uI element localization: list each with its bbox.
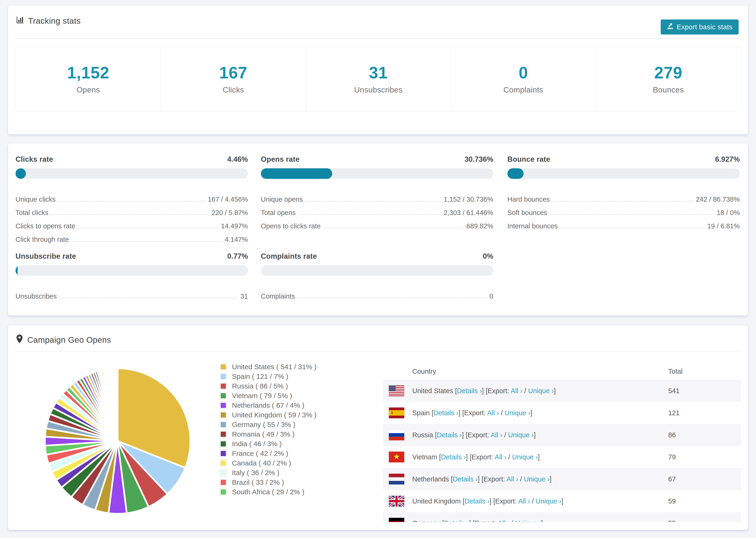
rate-title: Unsubscribe rate bbox=[16, 252, 76, 260]
rate-rows: Unique clicks167 / 4.456%Total clicks220… bbox=[16, 190, 248, 243]
rate-block-opens-rate: Opens rate30.736%Unique opens1,152 / 30.… bbox=[261, 155, 493, 230]
geo-opens-pie-chart bbox=[35, 359, 200, 523]
total-cell: 79 bbox=[668, 453, 741, 461]
rate-block-clicks-rate: Clicks rate4.46%Unique clicks167 / 4.456… bbox=[16, 155, 248, 243]
stat-value: 31 bbox=[369, 63, 388, 82]
export-all-link[interactable]: All › bbox=[487, 409, 499, 417]
export-all-link[interactable]: All › bbox=[507, 475, 518, 483]
rate-title: Clicks rate bbox=[16, 155, 53, 164]
export-unique-link[interactable]: Unique › bbox=[512, 453, 538, 461]
rate-title: Opens rate bbox=[261, 155, 299, 164]
rate-row-label: Hard bounces bbox=[507, 195, 550, 203]
table-row-vietnam: Vietnam [Details ›] [Export: All › / Uni… bbox=[383, 446, 741, 468]
rate-block-bounce-rate: Bounce rate6.927%Hard bounces242 / 86.73… bbox=[507, 155, 740, 230]
country-text: Vietnam [Details ›] [Export: All › / Uni… bbox=[412, 453, 540, 461]
export-basic-stats-button[interactable]: Export basic stats bbox=[661, 20, 739, 34]
legend-swatch bbox=[220, 392, 227, 399]
rate-rows: Unsubscribes31 bbox=[16, 287, 248, 300]
legend-swatch bbox=[220, 479, 227, 486]
details-link[interactable]: Details › bbox=[444, 519, 469, 522]
table-row-united-states: United States [Details ›] [Export: All ›… bbox=[383, 380, 741, 402]
legend-swatch bbox=[220, 402, 227, 409]
legend-swatch bbox=[220, 421, 227, 428]
details-link[interactable]: Details › bbox=[433, 409, 458, 417]
legend-label: Germany ( 55 / 3% ) bbox=[232, 421, 296, 429]
rate-row-value: 19 / 6.81% bbox=[707, 222, 740, 230]
total-cell: 541 bbox=[668, 387, 741, 395]
dotted-leader bbox=[298, 214, 441, 215]
dotted-leader bbox=[553, 201, 693, 201]
legend-swatch bbox=[220, 459, 227, 467]
country-cell: Netherlands [Details ›] [Export: All › /… bbox=[383, 475, 668, 483]
rate-head: Opens rate30.736% bbox=[261, 155, 493, 165]
rate-row: Unique clicks167 / 4.456% bbox=[16, 190, 248, 203]
details-link[interactable]: Details › bbox=[464, 497, 489, 505]
export-all-link[interactable]: All › bbox=[498, 519, 510, 522]
rate-row: Clicks to opens rate14.497% bbox=[16, 217, 248, 230]
table-row-germany: Germany [Details ›] [Export: All › / Uni… bbox=[383, 512, 741, 522]
rate-progress-bar bbox=[16, 168, 248, 179]
legend-swatch bbox=[220, 373, 227, 380]
rate-title: Complaints rate bbox=[261, 252, 317, 260]
export-unique-link[interactable]: Unique › bbox=[508, 431, 534, 439]
legend-item-spain: Spain ( 121 / 7% ) bbox=[220, 372, 316, 381]
geo-header: Campaign Geo Opens bbox=[8, 325, 748, 352]
stat-label: Unsubscribes bbox=[354, 85, 403, 94]
rate-percentage: 0.77% bbox=[227, 252, 248, 260]
export-all-link[interactable]: All › bbox=[518, 497, 530, 505]
details-link[interactable]: Details › bbox=[457, 387, 482, 395]
export-all-link[interactable]: All › bbox=[511, 387, 522, 395]
rate-row-label: Unique opens bbox=[261, 195, 303, 203]
rate-row-label: Soft bounces bbox=[507, 209, 547, 217]
stat-label: Bounces bbox=[653, 85, 684, 94]
dotted-leader bbox=[58, 201, 205, 201]
stat-value: 279 bbox=[654, 63, 682, 82]
rate-progress-fill bbox=[16, 168, 26, 179]
stat-label: Opens bbox=[77, 85, 100, 94]
rate-row-value: 14.497% bbox=[221, 222, 248, 230]
country-cell: Spain [Details ›] [Export: All › / Uniqu… bbox=[383, 409, 668, 417]
legend-swatch bbox=[220, 411, 227, 418]
details-link[interactable]: Details › bbox=[441, 453, 466, 461]
country-cell: Germany [Details ›] [Export: All › / Uni… bbox=[383, 519, 668, 522]
country-text: Russia [Details ›] [Export: All › / Uniq… bbox=[412, 431, 536, 439]
details-link[interactable]: Details › bbox=[453, 475, 478, 483]
country-name: Spain bbox=[412, 409, 430, 417]
table-row-spain: Spain [Details ›] [Export: All › / Uniqu… bbox=[383, 402, 741, 424]
export-unique-link[interactable]: Unique › bbox=[536, 497, 561, 505]
country-name: United Kingdom bbox=[412, 497, 460, 505]
legend-item-south-africa: South Africa ( 29 / 2% ) bbox=[220, 487, 316, 497]
legend-label: Russia ( 86 / 5% ) bbox=[232, 382, 288, 390]
legend-item-netherlands: Netherlands ( 67 / 4% ) bbox=[220, 401, 316, 410]
rate-row-label: Total clicks bbox=[16, 209, 48, 217]
export-unique-link[interactable]: Unique › bbox=[505, 409, 530, 417]
export-unique-link[interactable]: Unique › bbox=[515, 519, 541, 522]
rate-percentage: 6.927% bbox=[715, 155, 740, 164]
country-text: United States [Details ›] [Export: All ›… bbox=[412, 387, 556, 395]
rate-progress-bar bbox=[16, 265, 248, 276]
rate-row: Unique opens1,152 / 30.736% bbox=[261, 190, 493, 203]
dotted-leader bbox=[550, 214, 714, 215]
export-all-link[interactable]: All › bbox=[495, 453, 507, 461]
dotted-leader bbox=[298, 298, 487, 298]
country-text: Spain [Details ›] [Export: All › / Uniqu… bbox=[412, 409, 532, 417]
export-all-link[interactable]: All › bbox=[491, 431, 503, 439]
export-unique-link[interactable]: Unique › bbox=[528, 387, 554, 395]
total-cell: 86 bbox=[668, 431, 741, 439]
export-unique-link[interactable]: Unique › bbox=[524, 475, 550, 483]
details-link[interactable]: Details › bbox=[437, 431, 462, 439]
rate-row-value: 4.147% bbox=[225, 236, 248, 243]
stat-value: 167 bbox=[219, 63, 247, 82]
rate-row: Unsubscribes31 bbox=[16, 287, 248, 300]
legend-swatch bbox=[220, 383, 227, 390]
total-cell: 55 bbox=[668, 519, 741, 522]
dotted-leader bbox=[72, 241, 222, 242]
rate-row: Total opens2,303 / 61.446% bbox=[261, 203, 493, 217]
rate-head: Unsubscribe rate0.77% bbox=[16, 252, 248, 262]
legend-item-india: India ( 46 / 3% ) bbox=[220, 439, 316, 449]
legend-label: India ( 46 / 3% ) bbox=[232, 440, 282, 448]
legend-item-romania: Romania ( 49 / 3% ) bbox=[220, 429, 316, 439]
dotted-leader bbox=[561, 228, 704, 228]
country-name: Germany bbox=[412, 519, 440, 522]
country-text: Netherlands [Details ›] [Export: All › /… bbox=[412, 475, 552, 483]
